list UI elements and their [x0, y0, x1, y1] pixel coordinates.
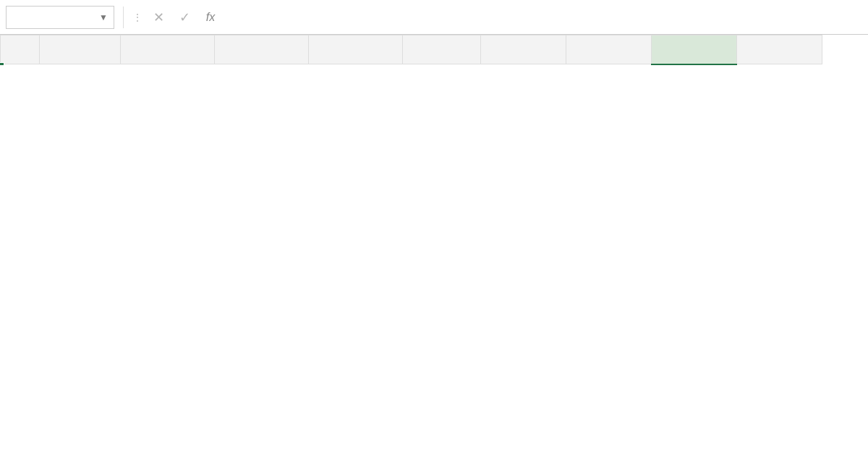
confirm-check-icon[interactable]: ✓ — [174, 9, 195, 25]
cancel-x-icon[interactable]: ✕ — [148, 9, 169, 25]
chevron-down-icon[interactable]: ▼ — [99, 12, 108, 22]
col-header-H[interactable] — [652, 35, 737, 64]
spreadsheet — [0, 35, 868, 65]
column-headers — [1, 35, 822, 64]
divider — [123, 7, 124, 28]
col-header-B[interactable] — [121, 35, 215, 64]
expand-dots-icon[interactable]: ⋮ — [132, 12, 143, 23]
col-header-E[interactable] — [403, 35, 481, 64]
col-header-G[interactable] — [566, 35, 652, 64]
col-header-A[interactable] — [40, 35, 121, 64]
col-header-F[interactable] — [481, 35, 566, 64]
formula-bar: ▼ ⋮ ✕ ✓ fx — [0, 0, 868, 35]
col-header-I[interactable] — [737, 35, 822, 64]
col-header-D[interactable] — [309, 35, 403, 64]
col-header-C[interactable] — [215, 35, 309, 64]
grid[interactable] — [0, 35, 822, 65]
name-box[interactable]: ▼ — [6, 6, 114, 29]
fx-icon[interactable]: fx — [200, 11, 221, 24]
select-all-corner[interactable] — [1, 35, 40, 64]
